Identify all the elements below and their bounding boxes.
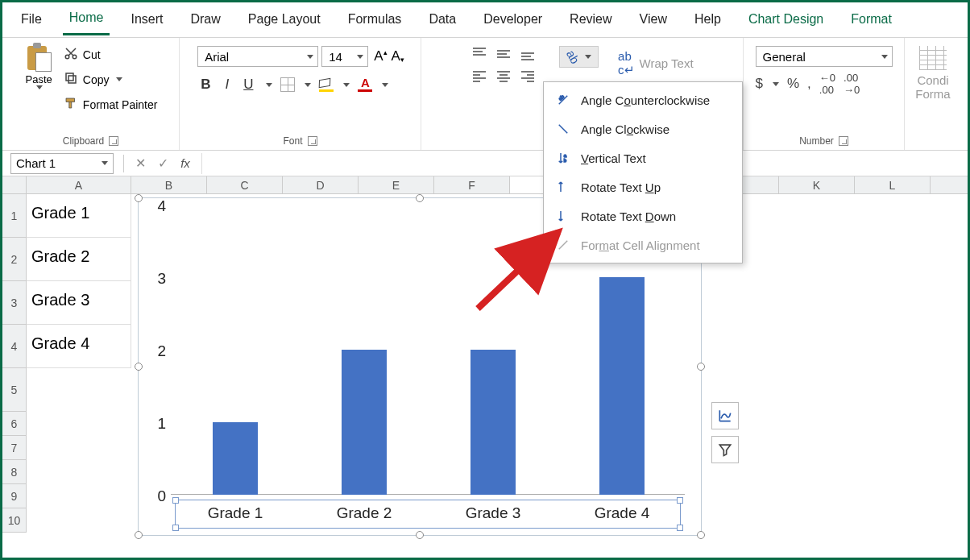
col-header-K[interactable]: K <box>779 176 855 193</box>
cut-label: Cut <box>83 48 101 61</box>
col-header-A[interactable]: A <box>27 176 131 193</box>
row-header-4[interactable]: 4 <box>2 325 27 368</box>
font-size-combo[interactable]: 14 <box>321 46 368 67</box>
borders-button[interactable] <box>280 77 295 92</box>
copy-button[interactable]: Copy <box>60 69 161 89</box>
format-cell-alignment-item[interactable]: Format Cell Alignment <box>544 230 742 259</box>
format-painter-button[interactable]: Format Painter <box>60 94 161 114</box>
row-header-6[interactable]: 6 <box>2 412 27 436</box>
ribbon-tabs: File Home Insert Draw Page Layout Formul… <box>2 2 968 38</box>
chart-bar[interactable] <box>470 350 516 495</box>
align-middle-button[interactable] <box>495 46 516 65</box>
tab-view[interactable]: View <box>633 6 674 35</box>
vertical-text-icon: ab <box>555 150 571 166</box>
cell-A3[interactable]: Grade 3 <box>27 281 131 325</box>
vertical-text-item[interactable]: ab Vertical Text <box>544 143 742 172</box>
increase-font-button[interactable]: A <box>371 48 385 64</box>
tab-file[interactable]: File <box>15 6 48 35</box>
align-bottom-button[interactable] <box>519 46 540 65</box>
col-header-L[interactable]: L <box>855 176 931 193</box>
font-name-combo[interactable]: Arial <box>197 46 318 67</box>
tab-formulas[interactable]: Formulas <box>342 6 408 35</box>
font-dialog-launcher[interactable] <box>308 136 317 146</box>
row-header-10[interactable]: 10 <box>2 508 27 533</box>
underline-button[interactable]: U <box>240 75 256 94</box>
orientation-button[interactable]: ab <box>559 46 599 68</box>
row-header-3[interactable]: 3 <box>2 281 27 325</box>
number-dialog-launcher[interactable] <box>839 136 848 146</box>
chart-bar[interactable] <box>599 277 645 495</box>
row-header-9[interactable]: 9 <box>2 484 27 508</box>
row-header-1[interactable]: 1 <box>2 194 27 238</box>
angle-clockwise-item[interactable]: Angle Clockwise <box>544 114 742 143</box>
cell-A1[interactable]: Grade 1 <box>27 194 131 238</box>
chart-bar[interactable] <box>342 350 387 495</box>
align-top-button[interactable] <box>470 46 491 65</box>
chart-handle[interactable] <box>697 363 705 371</box>
tab-help[interactable]: Help <box>688 6 728 35</box>
tab-format[interactable]: Format <box>844 6 898 35</box>
select-all-corner[interactable] <box>2 176 27 193</box>
accounting-format-button[interactable]: $ <box>756 76 763 92</box>
row-header-5[interactable]: 5 <box>2 368 27 412</box>
align-center-button[interactable] <box>495 68 516 88</box>
tab-insert[interactable]: Insert <box>124 6 169 35</box>
rotate-text-down-item[interactable]: Rotate Text Down <box>544 201 742 230</box>
wrap-text-button[interactable]: abc↵ Wrap Text <box>618 46 693 81</box>
col-header-D[interactable]: D <box>283 176 359 193</box>
tab-developer[interactable]: Developer <box>477 6 549 35</box>
chart-handle[interactable] <box>697 531 705 539</box>
decrease-font-button[interactable]: A <box>389 48 403 64</box>
col-header-E[interactable]: E <box>359 176 434 193</box>
clipboard-dialog-launcher[interactable] <box>109 136 118 146</box>
insert-function-button[interactable]: fx <box>174 156 197 170</box>
alignment-grid <box>470 46 540 88</box>
name-box[interactable]: Chart 1 <box>10 153 114 174</box>
cut-button[interactable]: Cut <box>60 44 161 64</box>
chart-handle[interactable] <box>135 194 143 202</box>
number-format-combo[interactable]: General <box>756 46 893 67</box>
tab-review[interactable]: Review <box>563 6 618 35</box>
format-painter-label: Format Painter <box>83 98 158 111</box>
paste-button[interactable]: Paste <box>21 41 57 91</box>
x-tick-label: Grade 1 <box>208 504 263 522</box>
row-header-7[interactable]: 7 <box>2 436 27 460</box>
col-header-C[interactable]: C <box>207 176 283 193</box>
tab-draw[interactable]: Draw <box>184 6 226 35</box>
enter-formula-button[interactable]: ✓ <box>151 156 174 171</box>
col-header-B[interactable]: B <box>131 176 207 193</box>
align-right-button[interactable] <box>519 68 540 88</box>
comma-format-button[interactable]: , <box>807 76 811 92</box>
cancel-formula-button[interactable]: ✕ <box>129 156 151 171</box>
chart-styles-button[interactable] <box>711 402 739 429</box>
percent-format-button[interactable]: % <box>787 76 799 92</box>
row-header-8[interactable]: 8 <box>2 460 27 484</box>
tab-pagelayout[interactable]: Page Layout <box>242 6 327 35</box>
svg-text:ab: ab <box>558 93 565 101</box>
tab-chartdesign[interactable]: Chart Design <box>742 6 830 35</box>
tab-home[interactable]: Home <box>63 4 110 35</box>
row-header-2[interactable]: 2 <box>2 238 27 281</box>
italic-button[interactable]: I <box>222 75 232 94</box>
chart-handle[interactable] <box>416 194 424 202</box>
cell-A2[interactable]: Grade 2 <box>27 238 131 281</box>
angle-counterclockwise-item[interactable]: ab Angle Counterclockwise <box>544 85 742 114</box>
chart-handle[interactable] <box>416 531 424 539</box>
chart-handle[interactable] <box>135 363 143 371</box>
decrease-decimal-button[interactable]: .00→0 <box>844 72 860 96</box>
rotate-text-up-item[interactable]: Rotate Text Up <box>544 172 742 201</box>
chart-filters-button[interactable] <box>711 436 739 463</box>
increase-decimal-button[interactable]: ←0.00 <box>819 72 835 96</box>
font-color-button[interactable]: A <box>358 77 372 92</box>
rotate-up-icon <box>555 179 571 195</box>
fill-color-button[interactable] <box>319 77 334 92</box>
name-box-value: Chart 1 <box>16 156 56 170</box>
bold-button[interactable]: B <box>197 75 213 94</box>
col-header-F[interactable]: F <box>434 176 510 193</box>
tab-data[interactable]: Data <box>422 6 462 35</box>
cell-A4[interactable]: Grade 4 <box>27 325 131 368</box>
chart-handle[interactable] <box>135 531 143 539</box>
conditional-formatting-button[interactable]: Condi Forma <box>915 41 950 148</box>
chart-bar[interactable] <box>213 422 258 495</box>
align-left-button[interactable] <box>470 68 491 88</box>
